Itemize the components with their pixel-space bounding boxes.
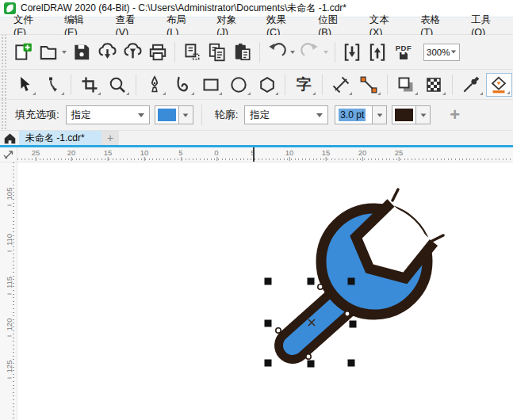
chevron-down-icon bbox=[316, 113, 323, 117]
fill-color-picker[interactable] bbox=[155, 105, 193, 124]
curve-hook-icon bbox=[173, 75, 192, 94]
rectangle-tool[interactable] bbox=[197, 73, 224, 97]
interactive-fill-tool[interactable] bbox=[486, 73, 513, 97]
checkerboard-icon bbox=[424, 75, 443, 94]
property-bar-grip[interactable] bbox=[0, 100, 7, 130]
outline-width-dropdown[interactable] bbox=[372, 106, 386, 124]
drop-shadow-tool[interactable] bbox=[392, 73, 419, 97]
transparency-tool[interactable] bbox=[421, 73, 448, 97]
toolbar-grip[interactable] bbox=[0, 35, 7, 69]
cut-icon bbox=[182, 42, 202, 63]
toolbox: 字 bbox=[0, 70, 513, 100]
undo-icon bbox=[266, 42, 287, 63]
outline-width-field[interactable]: 3.0 pt bbox=[335, 106, 372, 124]
pen-tool[interactable] bbox=[141, 73, 168, 97]
crop-icon bbox=[80, 75, 99, 94]
print-icon bbox=[147, 42, 168, 63]
toolbox-separator bbox=[71, 74, 71, 95]
ruler-label: 5 bbox=[178, 148, 182, 157]
connector-tool[interactable] bbox=[355, 73, 382, 97]
toolbar-separator bbox=[335, 42, 335, 63]
ellipse-tool[interactable] bbox=[225, 73, 252, 97]
fill-color-swatch[interactable] bbox=[155, 106, 179, 124]
ruler-origin-control[interactable] bbox=[0, 147, 17, 162]
document-tab-active[interactable]: 未命名 -1.cdr* bbox=[19, 131, 101, 145]
ruler-label: 120 bbox=[5, 317, 13, 333]
paste-button[interactable] bbox=[230, 40, 255, 64]
publish-to-pdf-button[interactable]: PDF bbox=[390, 40, 417, 64]
dimension-tool[interactable] bbox=[327, 73, 354, 97]
zoom-tool[interactable] bbox=[104, 73, 131, 97]
document-tab-bar: 未命名 -1.cdr* + bbox=[0, 131, 513, 145]
fill-mode-value: 指定 bbox=[71, 109, 138, 122]
outline-width-combo[interactable]: 3.0 pt bbox=[335, 105, 387, 124]
crop-tool[interactable] bbox=[76, 73, 103, 97]
hexagon-icon bbox=[258, 75, 277, 94]
zoom-level-combo[interactable]: 300% bbox=[423, 44, 460, 61]
redo-dropdown-arrow[interactable] bbox=[323, 51, 328, 54]
pen-nib-icon bbox=[145, 75, 164, 94]
toolbox-separator bbox=[322, 74, 323, 95]
fill-color-dropdown[interactable] bbox=[179, 106, 193, 124]
eyedropper-tool[interactable] bbox=[457, 73, 484, 97]
toolbox-grip[interactable] bbox=[0, 70, 7, 99]
chevron-down-icon bbox=[138, 113, 144, 117]
save-button[interactable] bbox=[69, 40, 94, 64]
text-tool[interactable]: 字 bbox=[290, 73, 317, 97]
copy-button[interactable] bbox=[205, 40, 230, 64]
drop-shadow-icon bbox=[396, 75, 415, 94]
ruler-label: 10 bbox=[285, 148, 294, 157]
undo-dropdown-arrow[interactable] bbox=[290, 51, 295, 54]
pick-tool[interactable] bbox=[11, 73, 38, 97]
open-dropdown-arrow[interactable] bbox=[62, 51, 67, 54]
new-tab-button[interactable]: + bbox=[101, 131, 119, 145]
undo-button[interactable] bbox=[264, 40, 289, 64]
toolbox-separator bbox=[136, 74, 136, 95]
toolbox-separator bbox=[285, 74, 285, 95]
ruler-cursor-indicator bbox=[253, 147, 255, 162]
cloud-upload-button[interactable] bbox=[120, 40, 145, 64]
outline-color-swatch[interactable] bbox=[392, 106, 416, 124]
pdf-label: PDF bbox=[396, 44, 412, 52]
ruler-label: 25 bbox=[395, 148, 404, 157]
new-document-button[interactable] bbox=[10, 40, 36, 64]
zoom-level-value: 300% bbox=[427, 48, 450, 57]
cloud-download-icon bbox=[97, 41, 118, 63]
shape-node-icon bbox=[43, 75, 62, 94]
polygon-tool[interactable] bbox=[254, 73, 281, 97]
print-button[interactable] bbox=[145, 40, 170, 64]
horizontal-ruler[interactable]: 25 20 15 10 5 0 5 10 15 20 25 bbox=[17, 147, 513, 162]
outline-mode-select[interactable]: 指定 bbox=[244, 105, 328, 124]
outline-color-picker[interactable] bbox=[392, 105, 431, 124]
main-area: 105 110 115 120 125 bbox=[0, 162, 513, 420]
import-button[interactable] bbox=[339, 40, 365, 64]
ruler-label: 115 bbox=[5, 275, 13, 291]
home-icon bbox=[3, 132, 17, 144]
export-button[interactable] bbox=[365, 40, 390, 64]
add-property-button[interactable]: + bbox=[450, 106, 460, 124]
outline-width-value: 3.0 pt bbox=[339, 109, 366, 121]
drawing-canvas[interactable] bbox=[17, 162, 513, 420]
shape-tool[interactable] bbox=[39, 73, 66, 97]
redo-button[interactable] bbox=[297, 40, 323, 64]
open-button[interactable] bbox=[36, 40, 61, 64]
toolbox-separator bbox=[387, 74, 388, 95]
vertical-ruler[interactable]: 105 110 115 120 125 bbox=[0, 162, 17, 420]
outline-color-dropdown[interactable] bbox=[416, 106, 430, 124]
cut-button[interactable] bbox=[179, 40, 205, 64]
fill-mode-select[interactable]: 指定 bbox=[66, 105, 150, 124]
fill-options-label: 填充选项: bbox=[15, 108, 59, 122]
app-window: CorelDRAW 2020 (64-Bit) - C:\Users\Admin… bbox=[0, 0, 513, 420]
eyedropper-icon bbox=[461, 75, 480, 94]
home-button[interactable] bbox=[0, 131, 19, 145]
cloud-download-button[interactable] bbox=[94, 40, 120, 64]
outline-label: 轮廓: bbox=[215, 108, 239, 122]
curve-tool[interactable] bbox=[169, 73, 196, 97]
ruler-label: 110 bbox=[5, 232, 13, 248]
copy-icon bbox=[207, 42, 228, 63]
ruler-label: 15 bbox=[322, 148, 331, 157]
standard-toolbar: PDF 300% bbox=[0, 35, 513, 70]
cloud-upload-icon bbox=[122, 41, 144, 63]
dimension-line-icon bbox=[331, 75, 350, 94]
ruler-label: 10 bbox=[140, 148, 149, 157]
